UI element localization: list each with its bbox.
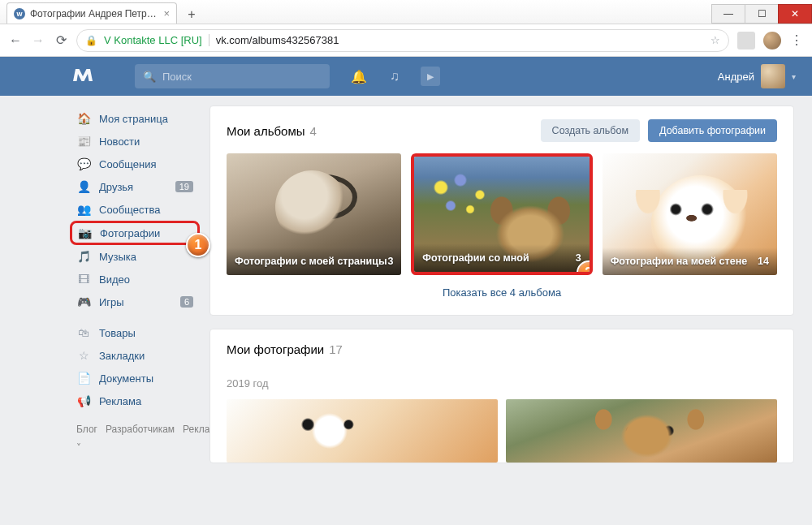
sidebar-footer: БлогРазработчикамРекламаЕщё ˅ xyxy=(70,412,200,466)
sidebar-item-ads[interactable]: 📢Реклама xyxy=(70,389,200,412)
reload-button[interactable]: ⟳ xyxy=(54,33,68,48)
photo-icon: 📷 xyxy=(77,226,92,240)
play-icon[interactable]: ▶ xyxy=(421,67,440,86)
header-avatar[interactable] xyxy=(761,64,785,88)
close-tab-icon[interactable]: × xyxy=(163,7,170,19)
sidebar-item-photo[interactable]: 📷Фотографии1 xyxy=(70,221,200,245)
sidebar-item-bag[interactable]: 🛍Товары xyxy=(70,321,200,344)
sidebar-badge: 6 xyxy=(180,296,193,308)
sidebar-item-star[interactable]: ☆Закладки xyxy=(70,344,200,367)
sidebar-badge: 19 xyxy=(175,181,193,192)
sidebar-item-label: Моя страница xyxy=(99,113,168,125)
news-icon: 📰 xyxy=(76,134,91,148)
albums-count: 4 xyxy=(310,124,317,138)
albums-panel: Мои альбомы 4 Создать альбом Добавить фо… xyxy=(209,105,794,316)
menu-button[interactable]: ⋮ xyxy=(789,33,804,48)
marker-1: 1 xyxy=(186,233,210,257)
search-icon: 🔍 xyxy=(143,71,156,83)
sidebar-item-group[interactable]: 👥Сообщества xyxy=(70,198,200,221)
sidebar-item-label: Музыка xyxy=(99,251,136,263)
album-card[interactable]: Фотографии с моей страницы3 xyxy=(227,153,401,275)
notifications-icon[interactable]: 🔔 xyxy=(349,67,369,86)
show-all-albums-link[interactable]: Показать все 4 альбома xyxy=(227,275,777,302)
photo-thumb[interactable] xyxy=(227,399,498,463)
header-username[interactable]: Андрей xyxy=(718,71,754,83)
year-label: 2019 год xyxy=(227,374,777,399)
url-text: vk.com/albums432567381 xyxy=(216,34,339,46)
cert-org: V Kontakte LLC [RU] xyxy=(104,34,209,46)
sidebar-item-news[interactable]: 📰Новости xyxy=(70,130,200,153)
sidebar-item-label: Видео xyxy=(99,273,130,286)
sidebar-item-label: Товары xyxy=(99,327,136,339)
sidebar-item-video[interactable]: 🎞Видео xyxy=(70,268,200,290)
sidebar-item-label: Реклама xyxy=(99,395,141,407)
vk-header: 🔍 Поиск 🔔 ♫ ▶ Андрей ▾ xyxy=(0,57,812,96)
profile-avatar[interactable] xyxy=(763,32,781,49)
sidebar-item-label: Фотографии xyxy=(100,227,160,239)
close-window-button[interactable]: ✕ xyxy=(778,4,812,24)
sidebar-item-label: Сообщения xyxy=(99,158,157,170)
browser-tab[interactable]: w Фотографии Андрея Петрова – × xyxy=(6,2,177,24)
album-count: 14 xyxy=(758,256,769,267)
footer-link[interactable]: Разработчикам xyxy=(106,424,175,435)
sidebar-item-label: Игры xyxy=(99,296,124,308)
window-titlebar: w Фотографии Андрея Петрова – × + — ☐ ✕ xyxy=(0,0,812,24)
video-icon: 🎞 xyxy=(76,272,91,286)
music-icon[interactable]: ♫ xyxy=(385,67,404,86)
sidebar-item-music[interactable]: 🎵Музыка xyxy=(70,245,200,268)
photo-thumb[interactable] xyxy=(506,399,777,463)
friends-icon: 👤 xyxy=(76,179,91,194)
forward-button[interactable]: → xyxy=(31,33,45,48)
sidebar-item-friends[interactable]: 👤Друзья19 xyxy=(70,175,200,198)
new-tab-button[interactable]: + xyxy=(182,6,201,24)
omnibox[interactable]: 🔒 V Kontakte LLC [RU] vk.com/albums43256… xyxy=(76,29,729,52)
lock-icon: 🔒 xyxy=(85,35,97,46)
album-count: 3 xyxy=(576,252,581,264)
photos-title: Мои фотографии xyxy=(227,342,324,356)
home-icon: 🏠 xyxy=(76,111,91,126)
sidebar-item-label: Новости xyxy=(99,136,140,148)
photos-panel: Мои фотографии 17 2019 год xyxy=(209,329,794,463)
minimize-button[interactable]: — xyxy=(711,4,745,24)
search-box[interactable]: 🔍 Поиск xyxy=(135,64,330,88)
msg-icon: 💬 xyxy=(76,157,91,171)
album-card[interactable]: Фотографии со мной32 xyxy=(411,153,592,275)
sidebar-item-msg[interactable]: 💬Сообщения xyxy=(70,153,200,175)
sidebar-item-doc[interactable]: 📄Документы xyxy=(70,367,200,389)
chevron-down-icon[interactable]: ▾ xyxy=(792,72,796,81)
bag-icon: 🛍 xyxy=(76,325,91,340)
game-icon: 🎮 xyxy=(76,295,91,309)
vk-logo[interactable] xyxy=(73,67,102,86)
album-card[interactable]: Фотографии на моей стене14 xyxy=(603,153,777,275)
create-album-button[interactable]: Создать альбом xyxy=(541,119,640,142)
sidebar-item-game[interactable]: 🎮Игры6 xyxy=(70,290,200,313)
add-photos-button[interactable]: Добавить фотографии xyxy=(648,119,777,142)
sidebar-item-label: Документы xyxy=(99,372,153,385)
sidebar: 🏠Моя страница📰Новости💬Сообщения👤Друзья19… xyxy=(70,96,200,477)
album-count: 3 xyxy=(387,256,393,267)
music-icon: 🎵 xyxy=(76,249,91,264)
photos-count: 17 xyxy=(329,342,343,356)
sidebar-item-label: Закладки xyxy=(99,350,145,362)
bookmark-icon[interactable]: ☆ xyxy=(710,34,720,46)
search-placeholder: Поиск xyxy=(162,71,192,83)
sidebar-item-label: Друзья xyxy=(99,181,133,193)
address-bar: ← → ⟳ 🔒 V Kontakte LLC [RU] vk.com/album… xyxy=(0,24,812,57)
content: Мои альбомы 4 Создать альбом Добавить фо… xyxy=(200,96,812,477)
ads-icon: 📢 xyxy=(76,394,91,408)
tab-title: Фотографии Андрея Петрова – xyxy=(30,8,158,19)
footer-link[interactable]: Блог xyxy=(76,424,97,435)
sidebar-item-label: Сообщества xyxy=(99,204,161,216)
tab-favicon: w xyxy=(14,8,25,19)
doc-icon: 📄 xyxy=(76,371,91,385)
star-icon: ☆ xyxy=(76,348,91,363)
extension-icon[interactable] xyxy=(737,32,755,49)
group-icon: 👥 xyxy=(76,202,91,217)
sidebar-item-home[interactable]: 🏠Моя страница xyxy=(70,107,200,130)
albums-title: Мои альбомы xyxy=(227,124,305,138)
album-title: Фотографии на моей стене xyxy=(611,256,748,267)
window-controls: — ☐ ✕ xyxy=(712,4,812,24)
album-title: Фотографии со мной xyxy=(422,252,529,264)
back-button[interactable]: ← xyxy=(8,33,23,48)
maximize-button[interactable]: ☐ xyxy=(745,4,779,24)
